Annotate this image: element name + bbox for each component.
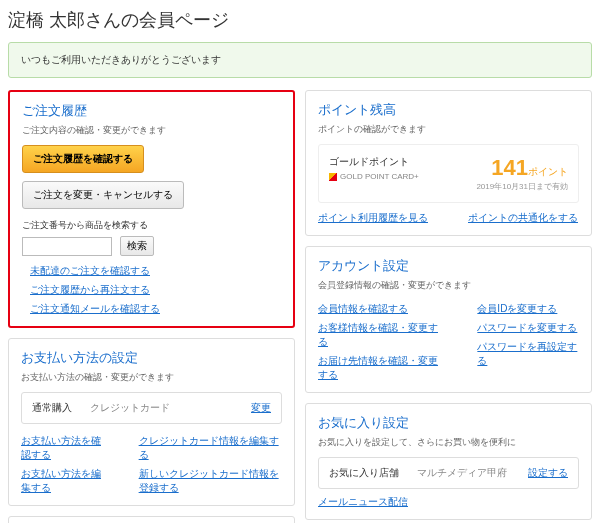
order-history-section: ご注文履歴 ご注文内容の確認・変更ができます ご注文履歴を確認する ご注文を変更… <box>8 90 295 328</box>
points-desc: ポイントの確認ができます <box>318 123 579 136</box>
payment-box-label: 通常購入 <box>32 401 72 415</box>
pw-change-link[interactable]: パスワードを変更する <box>477 321 579 335</box>
ebook-section: 電子書籍の設定 電子書籍ストアでのお買い物や電子書籍リーダーDolyの設定など … <box>8 516 295 523</box>
fav-box: お気に入り店舗 マルチメディア甲府 設定する <box>318 457 579 489</box>
gold-card-icon <box>329 173 337 181</box>
order-desc: ご注文内容の確認・変更ができます <box>22 124 281 137</box>
points-share-link[interactable]: ポイントの共通化をする <box>468 211 578 225</box>
order-search-button[interactable]: 検索 <box>120 236 154 256</box>
account-info-link[interactable]: 会員情報を確認する <box>318 302 447 316</box>
gold-point-label: ゴールドポイント <box>329 155 419 169</box>
cc-link-edit[interactable]: クレジットカード情報を編集する <box>139 434 282 462</box>
payment-title: お支払い方法の設定 <box>21 349 282 367</box>
id-change-link[interactable]: 会員IDを変更する <box>477 302 579 316</box>
points-number: 141 <box>491 155 528 180</box>
order-search-input[interactable] <box>22 237 112 256</box>
mailnews-link[interactable]: メールニュース配信 <box>318 496 408 507</box>
cc-link-new[interactable]: 新しいクレジットカード情報を登録する <box>139 467 282 495</box>
payment-desc: お支払い方法の確認・変更ができます <box>21 371 282 384</box>
points-title: ポイント残高 <box>318 101 579 119</box>
pw-reset-link[interactable]: パスワードを再設定する <box>477 340 579 368</box>
fav-box-value: マルチメディア甲府 <box>417 466 507 480</box>
account-section: アカウント設定 会員登録情報の確認・変更ができます 会員情報を確認する お客様情… <box>305 246 592 393</box>
payment-box: 通常購入 クレジットカード 変更 <box>21 392 282 424</box>
fav-desc: お気に入りを設定して、さらにお買い物を便利に <box>318 436 579 449</box>
account-title: アカウント設定 <box>318 257 579 275</box>
order-link-mail[interactable]: ご注文通知メールを確認する <box>30 302 160 316</box>
fav-box-label: お気に入り店舗 <box>329 466 399 480</box>
points-history-link[interactable]: ポイント利用履歴を見る <box>318 211 428 225</box>
cancel-order-button[interactable]: ご注文を変更・キャンセルする <box>22 181 184 209</box>
order-title: ご注文履歴 <box>22 102 281 120</box>
payment-change-link[interactable]: 変更 <box>251 401 271 415</box>
payment-link-confirm[interactable]: お支払い方法を確認する <box>21 434 109 462</box>
thanks-notice: いつもご利用いただきありがとうございます <box>8 42 592 78</box>
points-unit: ポイント <box>528 166 568 177</box>
payment-section: お支払い方法の設定 お支払い方法の確認・変更ができます 通常購入 クレジットカー… <box>8 338 295 506</box>
points-section: ポイント残高 ポイントの確認ができます ゴールドポイント GOLD POINT … <box>305 90 592 236</box>
fav-set-link[interactable]: 設定する <box>528 466 568 480</box>
fav-title: お気に入り設定 <box>318 414 579 432</box>
page-title: 淀橋 太郎さんの会員ページ <box>8 8 592 32</box>
customer-info-link[interactable]: お客様情報を確認・変更する <box>318 321 447 349</box>
order-search-label: ご注文番号から商品を検索する <box>22 219 281 232</box>
order-link-undelivered[interactable]: 未配達のご注文を確認する <box>30 264 160 278</box>
order-link-reorder[interactable]: ご注文履歴から再注文する <box>30 283 160 297</box>
payment-link-edit[interactable]: お支払い方法を編集する <box>21 467 109 495</box>
points-expiry: 2019年10月31日まで有効 <box>476 181 568 192</box>
fav-section: お気に入り設定 お気に入りを設定して、さらにお買い物を便利に お気に入り店舗 マ… <box>305 403 592 520</box>
payment-box-value: クレジットカード <box>90 401 170 415</box>
account-desc: 会員登録情報の確認・変更ができます <box>318 279 579 292</box>
delivery-info-link[interactable]: お届け先情報を確認・変更する <box>318 354 447 382</box>
gold-card-label: GOLD POINT CARD+ <box>329 172 419 181</box>
confirm-order-button[interactable]: ご注文履歴を確認する <box>22 145 144 173</box>
